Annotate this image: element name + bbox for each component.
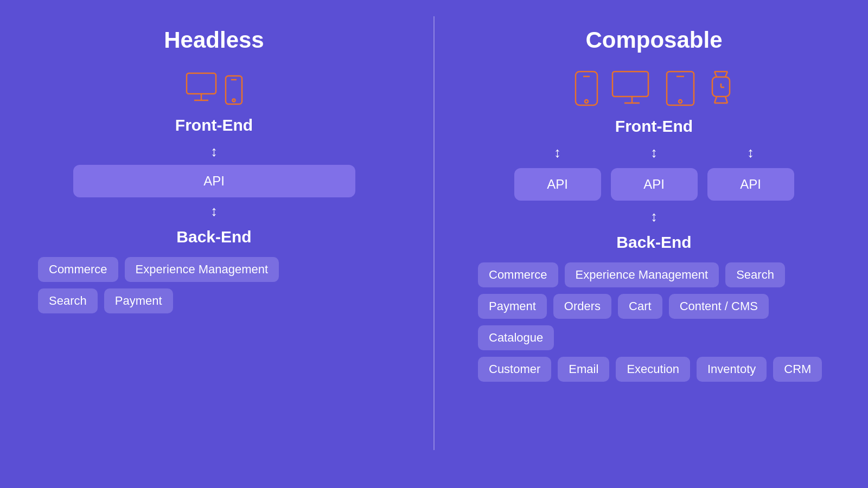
tag-customer: Customer	[478, 357, 551, 382]
composable-devices	[573, 69, 735, 107]
composable-arrow-middle: ↕	[650, 209, 658, 223]
tag-search-comp: Search	[725, 262, 785, 287]
tag-content-cms: Content / CMS	[669, 294, 769, 319]
tag-commerce: Commerce	[38, 257, 118, 282]
svg-point-7	[585, 100, 588, 103]
svg-point-4	[232, 99, 235, 102]
tag-inventory: Inventoty	[697, 357, 767, 382]
arrow-top-2: ↕	[611, 145, 698, 159]
composable-api-bar-2: API	[611, 168, 698, 201]
composable-apis-row: API API API	[514, 166, 794, 203]
tag-cart: Cart	[618, 294, 662, 319]
tag-crm: CRM	[773, 357, 822, 382]
composable-monitor-icon	[610, 69, 654, 107]
phone-icon	[573, 69, 599, 107]
headless-api-bar: API	[73, 165, 355, 197]
svg-point-13	[679, 100, 682, 103]
mobile-icon	[224, 74, 244, 106]
arrow-top-1: ↕	[514, 145, 601, 159]
svg-line-19	[714, 97, 717, 103]
svg-line-20	[725, 97, 727, 103]
tablet-icon	[665, 69, 696, 107]
headless-tags-row1: Commerce Experience Management	[38, 257, 401, 282]
headless-arrow-2: ↕	[210, 204, 218, 218]
arrow-top-3: ↕	[707, 145, 794, 159]
headless-title: Headless	[164, 27, 264, 53]
headless-tags: Commerce Experience Management Search Pa…	[27, 257, 401, 313]
composable-tags: Commerce Experience Management Search Pa…	[467, 262, 841, 382]
tag-experience-comp: Experience Management	[565, 262, 719, 287]
composable-arrows-top: ↕ ↕ ↕	[514, 145, 794, 159]
composable-backend-label: Back-End	[616, 233, 691, 252]
tag-payment-comp: Payment	[478, 294, 547, 319]
composable-tags-row2: Payment Orders Cart Content / CMS Catalo…	[478, 294, 841, 350]
section-divider	[433, 16, 435, 450]
headless-tags-row2: Search Payment	[38, 288, 401, 313]
watch-icon	[707, 69, 735, 107]
headless-arrow-1: ↕	[210, 144, 218, 158]
svg-line-17	[725, 72, 727, 77]
composable-tags-row3: Customer Email Execution Inventoty CRM	[478, 357, 841, 382]
tag-orders: Orders	[553, 294, 611, 319]
tag-email: Email	[558, 357, 609, 382]
svg-line-16	[714, 72, 717, 77]
composable-title: Composable	[585, 27, 722, 53]
tag-commerce-comp: Commerce	[478, 262, 558, 287]
svg-rect-0	[187, 73, 216, 94]
composable-section: Composable	[467, 16, 841, 472]
headless-frontend-label: Front-End	[175, 116, 253, 134]
tag-search-headless: Search	[38, 288, 98, 313]
composable-api-bar-1: API	[514, 168, 601, 201]
headless-devices	[184, 69, 244, 106]
tag-experience-management: Experience Management	[125, 257, 279, 282]
svg-rect-9	[612, 72, 648, 97]
tag-execution: Execution	[616, 357, 690, 382]
composable-api-bar-3: API	[707, 168, 794, 201]
tag-catalogue: Catalogue	[478, 325, 554, 350]
monitor-icon	[184, 71, 224, 105]
headless-backend-label: Back-End	[176, 228, 251, 246]
composable-tags-row1: Commerce Experience Management Search	[478, 262, 841, 287]
tag-payment-headless: Payment	[104, 288, 173, 313]
composable-frontend-label: Front-End	[615, 117, 693, 136]
headless-section: Headless Front-End ↕ API ↕ Back-End	[27, 16, 401, 472]
